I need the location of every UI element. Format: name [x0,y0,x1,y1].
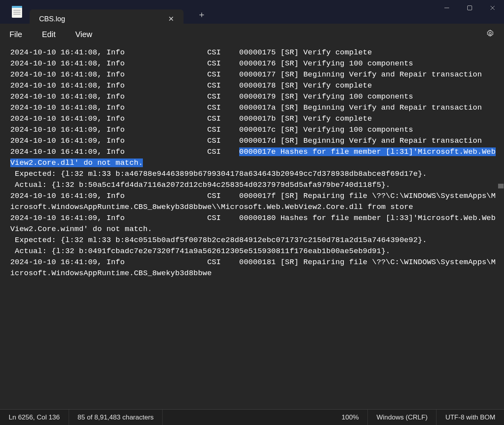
close-tab-icon[interactable]: ✕ [168,15,174,23]
close-window-button[interactable] [481,0,504,16]
log-line: 2024-10-10 16:41:09, Info CSI [10,147,239,156]
log-line: Expected: {l:32 ml:33 b:84c0515b0adf5f00… [10,236,427,244]
scrollbar-thumb[interactable] [498,184,504,188]
status-encoding[interactable]: UTF-8 with BOM [437,410,504,425]
title-bar: CBS.log ✕ ＋ [0,0,504,24]
menu-edit[interactable]: Edit [42,30,55,39]
notepad-app-icon [12,6,22,18]
status-zoom[interactable]: 100% [333,410,368,425]
log-line: 2024-10-10 16:41:08, Info CSI 00000178 [… [10,81,372,90]
editor-content[interactable]: 2024-10-10 16:41:08, Info CSI 00000175 [… [0,45,504,409]
tab-title: CBS.log [39,15,65,23]
log-line: 2024-10-10 16:41:09, Info CSI 0000017d [… [10,136,482,145]
log-line: Actual: {l:32 b:0491fcbadc7e2e7320f741a9… [10,247,390,255]
log-line: Expected: {l:32 ml:33 b:a46788e94463899b… [10,170,427,178]
log-line: 2024-10-10 16:41:09, Info CSI 00000181 [… [10,258,496,278]
log-line: 2024-10-10 16:41:09, Info CSI 00000180 H… [10,214,496,233]
new-tab-button[interactable]: ＋ [197,9,206,21]
status-bar: Ln 6256, Col 136 85 of 8,91,483 characte… [0,409,504,425]
log-line: 2024-10-10 16:41:08, Info CSI 00000176 [… [10,59,413,68]
minimize-button[interactable] [435,0,458,16]
log-line: 2024-10-10 16:41:08, Info CSI 00000179 [… [10,92,413,101]
maximize-button[interactable] [458,0,481,16]
file-tab[interactable]: CBS.log ✕ [30,9,184,28]
log-line: 2024-10-10 16:41:08, Info CSI 0000017a [… [10,103,482,112]
svg-point-4 [489,32,491,35]
log-line: 2024-10-10 16:41:08, Info CSI 00000177 [… [10,70,482,79]
log-line: 2024-10-10 16:41:08, Info CSI 00000175 [… [10,48,372,57]
menu-file[interactable]: File [9,30,22,39]
log-line: Actual: {l:32 b:50a5c14fd4da7116a2072d12… [10,181,390,189]
status-characters: 85 of 8,91,483 characters [69,410,163,425]
log-line: 2024-10-10 16:41:09, Info CSI 0000017f [… [10,192,496,211]
svg-rect-1 [468,6,472,10]
gear-icon[interactable] [486,29,495,40]
log-line: 2024-10-10 16:41:09, Info CSI 0000017b [… [10,114,372,123]
status-line-ending[interactable]: Windows (CRLF) [368,410,437,425]
status-position: Ln 6256, Col 136 [0,410,69,425]
window-controls [435,0,504,16]
log-line: 2024-10-10 16:41:09, Info CSI 0000017c [… [10,125,413,134]
vertical-scrollbar[interactable] [498,45,504,409]
menu-view[interactable]: View [75,30,92,39]
